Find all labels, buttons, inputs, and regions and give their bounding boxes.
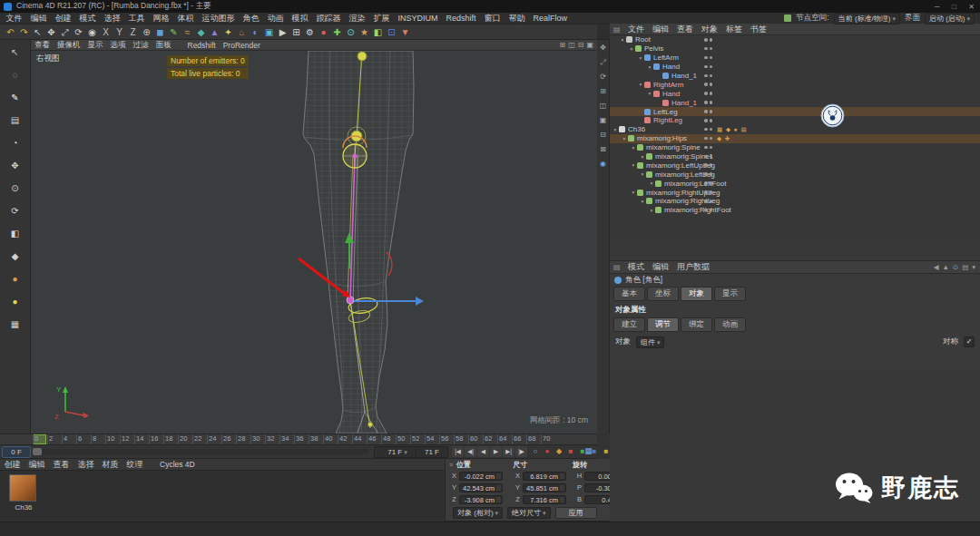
viewport-menu-item[interactable]: 过滤 — [130, 40, 152, 51]
transport-button[interactable]: |◀ — [452, 446, 464, 457]
expand-caret-icon[interactable]: ▾ — [630, 190, 637, 195]
expand-caret-icon[interactable]: ▾ — [612, 127, 619, 132]
object-name[interactable]: Hand_1 — [671, 99, 697, 107]
node-space-select[interactable]: 当前 (标准/物理) — [834, 13, 900, 24]
toolbar-icon[interactable]: ⊕ — [140, 25, 153, 39]
size-mode-select[interactable]: 绝对尺寸 — [507, 507, 550, 519]
am-menu-item[interactable]: 用户数据 — [673, 261, 714, 273]
interface-select[interactable]: 启动 (启动) — [925, 13, 975, 24]
menu-item[interactable]: 运动图形 — [198, 13, 239, 24]
toolbar-icon[interactable]: ▼ — [398, 25, 412, 39]
toolbar-icon[interactable]: ◧ — [371, 25, 385, 39]
visibility-dots[interactable] — [704, 83, 712, 86]
toolbar-icon[interactable]: ✦ — [221, 25, 235, 39]
expand-caret-icon[interactable]: ▾ — [639, 171, 646, 177]
transport-button[interactable]: ◀ — [477, 446, 489, 457]
attribute-tab[interactable]: 基本 — [613, 287, 645, 301]
visibility-dots[interactable] — [704, 56, 712, 60]
visibility-dots[interactable] — [704, 146, 712, 150]
toolbar-icon[interactable]: ● — [317, 25, 330, 39]
expand-caret-icon[interactable]: ▾ — [646, 91, 653, 96]
size-x-field[interactable]: 6.819 cm — [523, 472, 566, 481]
am-header-icon[interactable]: ▤ — [962, 263, 968, 271]
expand-caret-icon[interactable]: ▾ — [639, 199, 646, 204]
toolbar-icon[interactable]: ▶ — [276, 25, 289, 39]
toolbar-icon[interactable]: ⟳ — [72, 25, 85, 39]
material-item[interactable]: Ch36 — [9, 474, 38, 512]
visibility-dots[interactable] — [704, 200, 712, 203]
object-name[interactable]: mixamorig:Hips — [637, 134, 687, 142]
pos-x-field[interactable]: -0.022 cm — [459, 472, 503, 481]
material-menu-item[interactable]: 查看 — [49, 459, 74, 471]
view-layout-icon[interactable]: ▣ — [586, 41, 593, 49]
redshift-menu[interactable]: Redshift — [184, 41, 220, 50]
toolbar-icon[interactable]: ▲ — [208, 25, 221, 39]
object-name[interactable]: LeftLeg — [653, 108, 678, 116]
viewport-menu-item[interactable]: 面板 — [152, 40, 175, 51]
object-name[interactable]: RightArm — [653, 81, 683, 89]
menu-item[interactable]: 文件 — [2, 13, 26, 24]
material-menu-item[interactable]: 材质 — [98, 459, 122, 471]
record-toggle-icon[interactable]: ■ — [565, 446, 576, 457]
object-name[interactable]: mixamorig:Spine — [646, 143, 701, 151]
view-layout-icon[interactable]: ⊞ — [559, 41, 565, 49]
expand-caret-icon[interactable]: ▾ — [628, 46, 635, 52]
menu-item[interactable]: 渲染 — [345, 13, 369, 24]
coords-menu-icon[interactable]: ≡ — [446, 462, 456, 468]
tree-row[interactable]: ▾ mixamorig:Spine1 — [610, 152, 980, 161]
expand-caret-icon[interactable]: ▾ — [646, 64, 653, 70]
am-menu-item[interactable]: 模式 — [624, 261, 649, 273]
view-layout-icon[interactable]: ⊟ — [578, 41, 584, 49]
maximize-button[interactable]: □ — [946, 3, 963, 11]
menu-item[interactable]: 角色 — [239, 13, 263, 24]
menu-item[interactable]: 扩展 — [369, 13, 394, 24]
viewport-menu-item[interactable]: 摄像机 — [54, 40, 84, 51]
tree-row[interactable]: ▾ mixamorig:RightLeg — [610, 197, 980, 206]
tool-icon[interactable]: ▦ — [8, 317, 22, 331]
menu-item[interactable]: INSYDIUM — [394, 14, 442, 23]
tree-row[interactable]: ▾ mixamorig:Hips ◆ ✚ — [610, 134, 980, 143]
om-menu-item[interactable]: 书签 — [747, 24, 771, 35]
toolbar-icon[interactable]: ↶ — [4, 25, 17, 39]
range-handle[interactable] — [33, 448, 42, 455]
timeline-ruler[interactable]: 0 2 4 6 8 10 12 14 16 18 20 22 — [0, 434, 597, 445]
am-menu-item[interactable]: 编辑 — [649, 261, 673, 273]
toolbar-icon[interactable]: ▣ — [262, 25, 276, 39]
toolbar-icon[interactable]: ✎ — [167, 25, 181, 39]
view-tool-icon[interactable]: ✥ — [600, 44, 606, 53]
material-menu-item[interactable]: 创建 — [0, 459, 24, 471]
toolbar-icon[interactable]: ⊙ — [344, 25, 358, 39]
tree-row[interactable]: ▾ Root — [610, 35, 980, 44]
viewport-menu-item[interactable]: 选项 — [107, 40, 130, 51]
toolbar-icon[interactable]: ≈ — [181, 25, 194, 39]
visibility-dots[interactable] — [704, 181, 712, 185]
transport-button[interactable]: ▶ — [490, 446, 502, 457]
expand-caret-icon[interactable]: ▾ — [648, 180, 655, 186]
transport-button[interactable]: ◀| — [465, 446, 476, 457]
tree-row[interactable]: ▾ mixamorig:Spine — [610, 143, 980, 152]
material-menu-item[interactable]: 选择 — [74, 459, 98, 471]
tree-row[interactable]: ▾ Ch36 ▦ ◆ ● ▤ — [610, 125, 980, 134]
minimize-button[interactable]: ─ — [928, 3, 946, 11]
view-tool-icon[interactable]: ◉ — [600, 160, 606, 169]
toolbar-icon[interactable]: ↷ — [17, 25, 31, 39]
close-button[interactable]: ✕ — [963, 3, 980, 11]
visibility-dots[interactable] — [704, 155, 712, 159]
viewport-canvas[interactable]: 右视图 Number of emitters: 0 Total live par… — [31, 51, 597, 434]
tool-icon[interactable]: ✥ — [8, 159, 22, 172]
tool-icon[interactable]: ↖ — [8, 45, 22, 59]
transport-button[interactable]: ▶| — [503, 446, 514, 457]
am-header-icon[interactable]: ▲ — [942, 263, 948, 271]
menu-item[interactable]: 编辑 — [26, 13, 51, 24]
attribute-tab[interactable]: 坐标 — [647, 287, 679, 301]
expand-caret-icon[interactable]: ▾ — [619, 37, 626, 43]
component-select[interactable]: 组件 — [636, 336, 664, 348]
visibility-dots[interactable] — [704, 128, 712, 132]
object-tags[interactable]: ◆ ✚ — [717, 135, 730, 142]
attribute-tab[interactable]: 显示 — [714, 287, 746, 301]
menu-item[interactable]: 创建 — [51, 13, 75, 24]
toolbar-icon[interactable]: Y — [113, 25, 126, 39]
view-tool-icon[interactable]: ⤢ — [600, 58, 605, 67]
tree-row[interactable]: ▾ Hand — [610, 89, 980, 98]
tool-icon[interactable]: ◆ — [8, 249, 22, 263]
